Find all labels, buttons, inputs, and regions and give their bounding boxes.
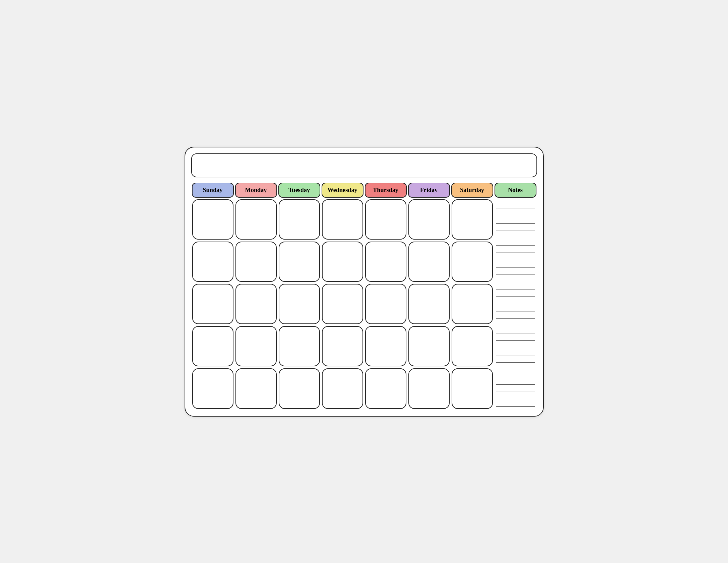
cell-w2-wed[interactable] (322, 241, 363, 282)
notes-line (496, 297, 535, 304)
cell-w1-fri[interactable] (408, 199, 450, 239)
cell-w2-mon[interactable] (235, 241, 277, 282)
notes-line (496, 341, 535, 348)
cell-w2-thu[interactable] (365, 241, 406, 282)
notes-line (496, 392, 535, 399)
notes-line (496, 377, 535, 385)
notes-line (496, 355, 535, 363)
cell-w1-tue[interactable] (279, 199, 320, 239)
header-wednesday: Wednesday (322, 183, 364, 198)
cell-w5-mon[interactable] (235, 368, 277, 409)
notes-line (496, 260, 535, 267)
header-monday: Monday (235, 183, 277, 198)
cell-w1-mon[interactable] (235, 199, 277, 239)
header-saturday: Saturday (451, 183, 493, 198)
cell-w4-tue[interactable] (279, 326, 320, 366)
notes-line (496, 399, 535, 407)
notes-line (496, 312, 535, 319)
cell-w3-mon[interactable] (235, 284, 277, 324)
cell-w1-thu[interactable] (365, 199, 406, 239)
notes-line (496, 326, 535, 334)
cell-w3-fri[interactable] (408, 284, 450, 324)
cell-w2-sat[interactable] (452, 241, 493, 282)
notes-line (496, 334, 535, 341)
notes-line (496, 319, 535, 326)
cell-w4-sat[interactable] (452, 326, 493, 366)
header-friday: Friday (408, 183, 450, 198)
title-bar[interactable] (191, 153, 537, 177)
header-tuesday: Tuesday (278, 183, 320, 198)
cell-w4-fri[interactable] (408, 326, 450, 366)
cell-w3-sun[interactable] (192, 284, 233, 324)
header-sunday: Sunday (192, 183, 234, 198)
notes-line (496, 290, 535, 297)
cell-w1-wed[interactable] (322, 199, 363, 239)
cell-w2-tue[interactable] (279, 241, 320, 282)
notes-line (496, 304, 535, 312)
cell-w2-sun[interactable] (192, 241, 233, 282)
cell-w1-sat[interactable] (452, 199, 493, 239)
notes-line (496, 216, 535, 223)
notes-line (496, 348, 535, 355)
header-thursday: Thursday (365, 183, 407, 198)
notes-section[interactable] (494, 198, 537, 410)
cell-w5-fri[interactable] (408, 368, 450, 409)
notes-line (496, 202, 535, 209)
header-notes: Notes (495, 183, 536, 198)
calendar-grid: Sunday Monday Tuesday Wednesday Thursday… (191, 182, 537, 410)
notes-line (496, 245, 535, 253)
calendar-container: Sunday Monday Tuesday Wednesday Thursday… (185, 147, 544, 417)
notes-line (496, 238, 535, 245)
notes-line (496, 363, 535, 370)
notes-line (496, 282, 535, 290)
cell-w3-wed[interactable] (322, 284, 363, 324)
notes-line (496, 385, 535, 392)
notes-line (496, 275, 535, 282)
cell-w3-thu[interactable] (365, 284, 406, 324)
cell-w5-thu[interactable] (365, 368, 406, 409)
notes-line (496, 223, 535, 231)
cell-w1-sun[interactable] (192, 199, 233, 239)
cell-w5-sun[interactable] (192, 368, 233, 409)
notes-line (496, 370, 535, 377)
cell-w4-wed[interactable] (322, 326, 363, 366)
notes-line (496, 267, 535, 275)
cell-w4-mon[interactable] (235, 326, 277, 366)
notes-line (496, 209, 535, 216)
cell-w4-thu[interactable] (365, 326, 406, 366)
cell-w3-tue[interactable] (279, 284, 320, 324)
cell-w5-sat[interactable] (452, 368, 493, 409)
cell-w5-tue[interactable] (279, 368, 320, 409)
cell-w5-wed[interactable] (322, 368, 363, 409)
notes-line (496, 253, 535, 260)
cell-w2-fri[interactable] (408, 241, 450, 282)
notes-line (496, 231, 535, 238)
cell-w4-sun[interactable] (192, 326, 233, 366)
cell-w3-sat[interactable] (452, 284, 493, 324)
